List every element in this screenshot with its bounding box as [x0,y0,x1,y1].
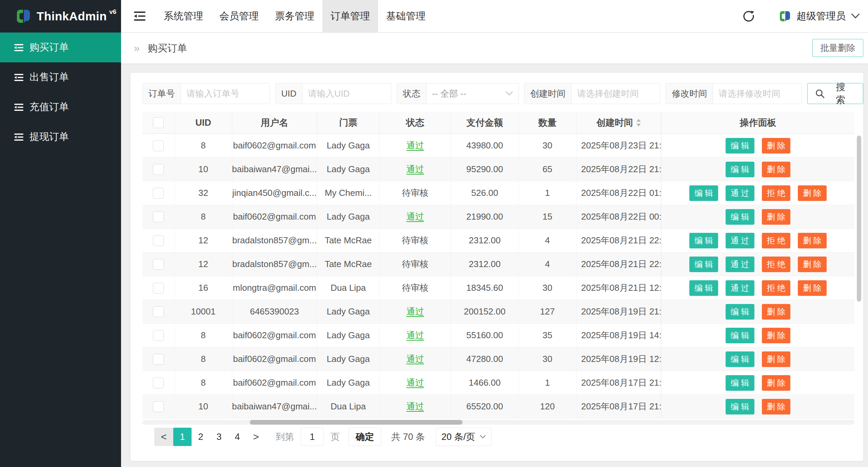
cell-operations: 编 辑删 除 [661,347,854,371]
status-badge[interactable]: 通过 [407,306,424,318]
edit-button[interactable]: 编 辑 [726,138,754,154]
sidebar-item-recharge-orders[interactable]: 充值订单 [0,92,121,122]
status-badge[interactable]: 待审核 [402,187,429,199]
cell-amount: 200152.00 [451,300,519,323]
cell-quantity: 120 [519,395,576,418]
filter-uid-input[interactable] [302,83,391,104]
total-count: 共 70 条 [391,431,425,443]
prev-page-button[interactable]: < [154,428,173,446]
delete-button[interactable]: 删 除 [762,351,791,367]
status-badge[interactable]: 通过 [407,211,424,223]
tab-order[interactable]: 订单管理 [322,0,378,32]
page-size-select[interactable]: 20 条/页 [436,428,492,446]
sidebar-item-buy-orders[interactable]: 购买订单 [0,33,121,62]
reject-button[interactable]: 拒 绝 [762,257,791,272]
row-checkbox[interactable] [153,283,164,293]
status-badge[interactable]: 通过 [407,163,424,175]
delete-button[interactable]: 删 除 [762,304,791,320]
reject-button[interactable]: 拒 绝 [762,280,791,296]
refresh-icon[interactable] [743,11,754,22]
approve-button[interactable]: 通 过 [726,233,754,248]
row-checkbox[interactable] [153,354,164,365]
tab-ticket[interactable]: 票务管理 [267,0,322,32]
filter-label-status: 状态 [397,83,427,104]
delete-button[interactable]: 删 除 [762,209,791,225]
edit-button[interactable]: 编 辑 [689,257,718,272]
edit-button[interactable]: 编 辑 [689,185,718,201]
reject-button[interactable]: 拒 绝 [762,185,791,201]
filter-create-time-input[interactable] [572,83,660,104]
approve-button[interactable]: 通 过 [726,185,754,201]
page-number-3[interactable]: 3 [210,428,228,446]
row-checkbox[interactable] [153,401,164,412]
delete-button[interactable]: 删 除 [762,399,791,414]
delete-button[interactable]: 删 除 [762,328,791,343]
delete-button[interactable]: 删 除 [762,162,791,177]
row-checkbox[interactable] [153,140,164,151]
filter-status-select[interactable]: -- 全部 -- [427,83,518,104]
row-checkbox[interactable] [153,164,164,175]
column-header-quantity: 数量 [519,112,576,134]
goto-confirm-button[interactable]: 确定 [349,428,381,446]
edit-button[interactable]: 编 辑 [726,162,754,177]
edit-button[interactable]: 编 辑 [689,233,718,248]
edit-button[interactable]: 编 辑 [726,375,754,391]
page-number-4[interactable]: 4 [228,428,246,446]
delete-button[interactable]: 删 除 [798,185,827,201]
delete-button[interactable]: 删 除 [798,257,827,272]
status-badge[interactable]: 通过 [407,377,424,389]
tab-system[interactable]: 系统管理 [156,0,211,32]
delete-button[interactable]: 删 除 [798,280,827,296]
cell-username: baif0602@gmail.com [232,134,317,157]
page-number-1[interactable]: 1 [173,428,192,446]
vertical-scrollbar[interactable] [857,136,861,302]
edit-button[interactable]: 编 辑 [726,399,754,414]
edit-button[interactable]: 编 辑 [689,280,718,296]
delete-button[interactable]: 删 除 [798,233,827,248]
status-badge[interactable]: 待审核 [402,258,429,270]
cell-ticket: Lady Gaga [317,205,380,228]
row-checkbox[interactable] [153,330,164,341]
batch-delete-button[interactable]: 批量删除 [812,39,863,57]
delete-button[interactable]: 删 除 [762,138,791,154]
status-badge[interactable]: 通过 [407,329,424,341]
next-page-button[interactable]: > [246,428,265,446]
edit-button[interactable]: 编 辑 [726,328,754,343]
horizontal-scrollbar[interactable] [250,420,462,425]
page-number-2[interactable]: 2 [192,428,210,446]
edit-button[interactable]: 编 辑 [726,304,754,320]
filter-order-no-input[interactable] [181,83,270,104]
status-badge[interactable]: 待审核 [402,282,429,294]
row-checkbox[interactable] [153,188,164,199]
reject-button[interactable]: 拒 绝 [762,233,791,248]
edit-button[interactable]: 编 辑 [726,351,754,367]
sidebar-item-sell-orders[interactable]: 出售订单 [0,62,121,92]
filter-update-time-input[interactable] [713,83,802,104]
status-badge[interactable]: 通过 [407,401,424,412]
edit-button[interactable]: 编 辑 [726,209,754,225]
cell-quantity: 1 [519,371,576,394]
search-button[interactable]: 搜 索 [807,83,863,104]
menu-list-icon [14,104,23,111]
sidebar-item-withdraw-orders[interactable]: 提现订单 [0,122,121,152]
cell-ticket: Tate McRae [317,252,380,276]
tab-member[interactable]: 会员管理 [211,0,267,32]
row-checkbox[interactable] [153,211,164,222]
tab-basic[interactable]: 基础管理 [378,0,434,32]
goto-page-input[interactable] [301,428,324,446]
status-badge[interactable]: 通过 [407,140,424,151]
approve-button[interactable]: 通 过 [726,280,754,296]
approve-button[interactable]: 通 过 [726,257,754,272]
delete-button[interactable]: 删 除 [762,375,791,391]
user-menu[interactable]: 超级管理员 [779,9,860,23]
sort-icon[interactable] [636,119,641,126]
cell-ticket: Lady Gaga [317,134,380,157]
select-all-checkbox[interactable] [153,117,164,128]
status-badge[interactable]: 待审核 [402,235,429,246]
row-checkbox[interactable] [153,259,164,270]
row-checkbox[interactable] [153,235,164,246]
sidebar-toggle-icon[interactable] [134,12,145,21]
row-checkbox[interactable] [153,378,164,388]
row-checkbox[interactable] [153,306,164,317]
status-badge[interactable]: 通过 [407,353,424,365]
